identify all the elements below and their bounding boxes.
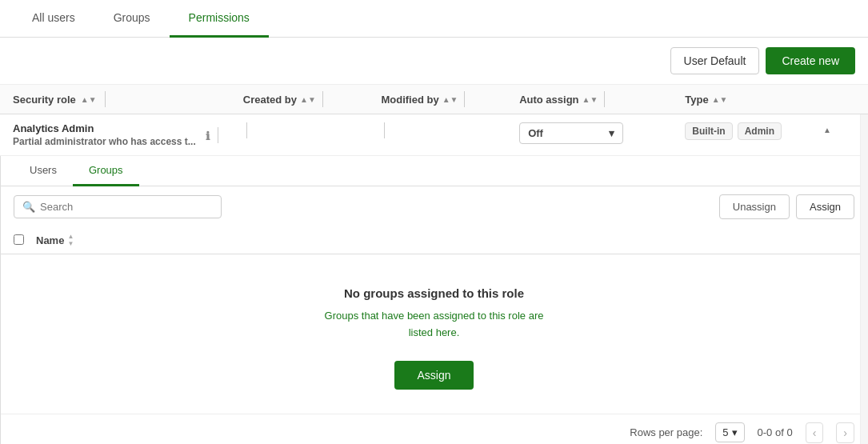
col-header-type: Type ▲▼ — [685, 94, 823, 106]
row-divider-2 — [246, 122, 247, 138]
top-nav-tabs: All users Groups Permissions — [0, 0, 868, 38]
assign-button-center[interactable]: Assign — [394, 361, 473, 390]
unassign-button[interactable]: Unassign — [719, 194, 790, 219]
role-actions-cell: ▲ — [823, 122, 855, 135]
tag-admin: Admin — [738, 122, 782, 140]
scroll-track[interactable] — [860, 114, 868, 444]
search-icon: 🔍 — [22, 201, 35, 213]
role-auto-assign-cell: Off ▾ — [519, 122, 685, 144]
tab-groups[interactable]: Groups — [94, 0, 170, 38]
name-sort-arrows[interactable]: ▲ ▼ — [67, 234, 74, 247]
inner-tabs: Users Groups — [1, 156, 867, 186]
tab-permissions[interactable]: Permissions — [170, 0, 269, 38]
role-name: Analytics Admin — [13, 122, 196, 134]
checkbox-col — [14, 234, 36, 247]
inner-panel: Users Groups 🔍 Unassign Assign Name — [0, 156, 868, 444]
col-header-modified-by: Modified by ▲▼ — [381, 91, 519, 107]
row-divider-1 — [218, 127, 218, 143]
collapse-icon[interactable]: ▲ — [823, 126, 831, 134]
name-col-header: Name ▲ ▼ — [36, 234, 854, 247]
search-input[interactable] — [40, 201, 213, 213]
col-divider-4 — [604, 91, 605, 107]
role-created-cell — [243, 122, 382, 138]
app-container: All users Groups Permissions User Defaul… — [0, 0, 868, 444]
col-header-created-by: Created by ▲▼ — [243, 91, 382, 107]
create-new-button[interactable]: Create new — [766, 47, 855, 74]
col-divider-3 — [464, 91, 465, 107]
page-info: 0-0 of 0 — [758, 426, 793, 438]
panel-footer: Rows per page: 5 ▾ 0-0 of 0 ‹ › — [1, 414, 867, 444]
inner-table-header: Name ▲ ▼ — [1, 227, 867, 254]
col-header-security-role: Security role ▲▼ — [13, 91, 243, 107]
col-divider-2 — [322, 91, 323, 107]
empty-state: No groups assigned to this role Groups t… — [1, 254, 867, 414]
prev-page-button[interactable]: ‹ — [806, 422, 824, 443]
sort-icon-auto[interactable]: ▲▼ — [582, 95, 598, 104]
next-page-button[interactable]: › — [836, 422, 854, 443]
role-type-cell: Built-in Admin — [685, 122, 823, 140]
rows-per-page-select[interactable]: 5 ▾ — [715, 422, 744, 442]
sort-icon-modified[interactable]: ▲▼ — [442, 95, 458, 104]
tab-all-users[interactable]: All users — [13, 0, 94, 38]
tag-builtin: Built-in — [685, 122, 732, 140]
user-default-button[interactable]: User Default — [670, 47, 760, 74]
main-toolbar: User Default Create new — [0, 38, 868, 85]
empty-state-description: Groups that have been assigned to this r… — [17, 308, 851, 342]
rows-per-page-label: Rows per page: — [630, 426, 702, 438]
sort-icon-created[interactable]: ▲▼ — [300, 95, 316, 104]
row-divider-3 — [384, 122, 385, 138]
empty-state-title: No groups assigned to this role — [17, 286, 851, 300]
role-security-cell: Analytics Admin Partial administrator wh… — [13, 122, 243, 147]
inner-toolbar: 🔍 Unassign Assign — [1, 186, 867, 227]
sort-down-icon: ▼ — [67, 241, 74, 247]
auto-assign-dropdown[interactable]: Off ▾ — [519, 122, 623, 144]
sort-icon-type[interactable]: ▲▼ — [712, 95, 728, 104]
col-divider-1 — [105, 91, 106, 107]
assign-button-top[interactable]: Assign — [796, 194, 854, 219]
dropdown-chevron-icon: ▾ — [609, 127, 614, 139]
info-icon[interactable]: ℹ — [206, 130, 210, 142]
search-field-wrapper: 🔍 — [14, 195, 222, 218]
role-row-analytics-admin: Analytics Admin Partial administrator wh… — [0, 114, 868, 156]
sort-up-icon: ▲ — [67, 234, 74, 240]
table-header-row: Security role ▲▼ Created by ▲▼ Modified … — [0, 85, 868, 114]
sort-icon-security[interactable]: ▲▼ — [81, 95, 97, 104]
role-modified-cell — [381, 122, 519, 138]
rows-select-chevron-icon: ▾ — [732, 426, 738, 438]
inner-tab-groups[interactable]: Groups — [73, 156, 139, 186]
select-all-checkbox[interactable] — [14, 234, 24, 245]
inner-tab-users[interactable]: Users — [14, 156, 73, 186]
role-row-container: Analytics Admin Partial administrator wh… — [0, 114, 868, 444]
col-header-auto-assign: Auto assign ▲▼ — [519, 91, 685, 107]
role-description: Partial administrator who has access t..… — [13, 136, 196, 147]
